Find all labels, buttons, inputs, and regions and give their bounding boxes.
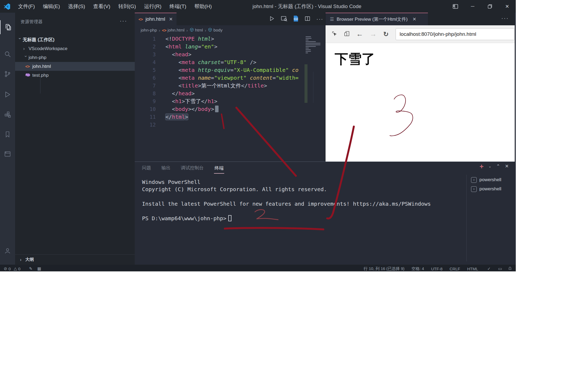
inspect-cursor-icon[interactable]	[331, 31, 337, 38]
source-control-icon[interactable]	[0, 67, 15, 81]
more-actions-icon[interactable]: ···	[316, 16, 323, 22]
panel-tab-调试控制台[interactable]: 调试控制台	[181, 165, 204, 171]
terminal-dropdown-icon[interactable]: ⌄	[489, 164, 492, 168]
status-item[interactable]: UTF-8	[431, 267, 443, 271]
minimap-line	[306, 36, 311, 37]
status-item[interactable]: 行 10, 列 16 (已选择 9)	[364, 266, 404, 271]
refresh-icon[interactable]: ↻	[383, 30, 389, 38]
close-preview-icon[interactable]: ✕	[413, 16, 416, 22]
check-status-icon[interactable]: ✓	[487, 266, 491, 271]
code-line-content: </head>	[165, 90, 195, 97]
tree-item[interactable]: ›john-php	[15, 53, 135, 62]
minimize-button[interactable]: ─	[464, 0, 481, 13]
code-line[interactable]: 9 <h1>下雪了</h1>	[135, 97, 326, 105]
breadcrumb-item[interactable]: html	[190, 28, 203, 33]
panel-tab-问题[interactable]: 问题	[142, 165, 151, 171]
close-window-button[interactable]: ✕	[499, 0, 516, 13]
bookmarks-icon[interactable]	[0, 127, 15, 141]
code-line[interactable]: 3 <head>	[135, 51, 326, 58]
search-icon[interactable]	[0, 47, 15, 61]
code-line[interactable]: 8 </head>	[135, 90, 326, 97]
php-server-icon[interactable]: PHP	[293, 15, 299, 23]
status-item[interactable]: CRLF	[449, 267, 460, 271]
extensions-icon[interactable]	[0, 107, 15, 121]
close-panel-icon[interactable]: ✕	[505, 163, 509, 169]
split-editor-icon[interactable]	[305, 16, 310, 23]
preview-tab-label: Browser Preview (第一个Html文件)	[337, 16, 408, 22]
preview-more-icon[interactable]: ···	[501, 13, 509, 25]
breadcrumb-item[interactable]: body	[208, 28, 223, 33]
open-in-window-icon[interactable]	[344, 31, 350, 38]
menu-item[interactable]: 运行(R)	[140, 3, 165, 10]
back-icon[interactable]: ←	[356, 30, 363, 38]
menu-item[interactable]: 终端(T)	[165, 3, 190, 10]
url-input[interactable]	[396, 28, 515, 40]
code-line[interactable]: 4 <meta charset="UTF-8" />	[135, 58, 326, 66]
code-line[interactable]: 12	[135, 121, 326, 129]
explorer-more-icon[interactable]: ···	[120, 13, 127, 31]
minimap[interactable]	[306, 36, 322, 160]
code-line[interactable]: 5 <meta http-equiv="X-UA-Compatible" co	[135, 66, 326, 74]
maximize-panel-icon[interactable]: ⌃	[496, 163, 500, 169]
code-line[interactable]: 10 <body></body>	[135, 105, 326, 113]
tab-browser-preview[interactable]: ☰ Browser Preview (第一个Html文件) ✕	[326, 13, 428, 25]
bell-icon[interactable]	[508, 266, 512, 270]
menu-item[interactable]: 查看(V)	[89, 3, 114, 10]
close-tab-icon[interactable]: ✕	[169, 16, 173, 22]
explorer-icon[interactable]	[0, 20, 15, 34]
status-bar: ⊘ 0 △ 0 ✎ ▦ 行 10, 列 16 (已选择 9)空格: 4UTF-8…	[0, 265, 516, 271]
browser-preview-icon[interactable]	[281, 15, 287, 23]
menu-item[interactable]: 选择(S)	[64, 3, 89, 10]
code-line[interactable]: 7 <title>第一个Html文件</title>	[135, 82, 326, 90]
tree-indent-guide	[40, 76, 40, 93]
menu-bar: 文件(F)编辑(E)选择(S)查看(V)转到(G)运行(R)终端(T)帮助(H)	[14, 0, 216, 13]
browser-preview-activity-icon[interactable]	[0, 147, 15, 161]
error-icon: ⊘	[4, 266, 7, 271]
menu-item[interactable]: 转到(G)	[114, 3, 140, 10]
account-icon[interactable]	[0, 244, 15, 258]
server-status-icon[interactable]: ▦	[37, 266, 41, 271]
tree-item[interactable]: ›VScodeWorkspace	[15, 44, 135, 53]
menu-item[interactable]: 文件(F)	[14, 3, 39, 10]
layout-panel-icon[interactable]	[447, 0, 464, 13]
breadcrumb-item[interactable]: john-php	[141, 28, 157, 33]
code-line[interactable]: 2<html lang="en">	[135, 43, 326, 51]
restore-button[interactable]	[481, 0, 499, 13]
forward-icon[interactable]: →	[370, 30, 377, 38]
chevron-right-icon: ›	[20, 257, 25, 262]
panel-tab-输出[interactable]: 输出	[161, 165, 171, 171]
menu-item[interactable]: 编辑(E)	[39, 3, 64, 10]
minimap-line	[306, 52, 308, 53]
minimap-line	[306, 44, 320, 45]
tree-item[interactable]: ›无标题 (工作区)	[15, 35, 135, 44]
run-debug-icon[interactable]	[0, 88, 15, 102]
tree-item[interactable]: <>john.html	[15, 62, 135, 71]
code-line[interactable]: 1<!DOCTYPE html>	[135, 35, 326, 43]
outline-section[interactable]: › 大纲	[15, 254, 135, 265]
html-file-icon: <>	[139, 17, 146, 22]
terminal-prompt[interactable]: PS D:\wamp64\www\john-php>	[142, 215, 231, 222]
code-line[interactable]: 11</html>	[135, 113, 326, 121]
status-item[interactable]: HTML	[467, 267, 478, 271]
tree-item[interactable]: test.php	[15, 71, 135, 80]
run-file-icon[interactable]	[269, 16, 275, 23]
terminal-session-item[interactable]: ›powershell	[471, 175, 514, 184]
breadcrumb[interactable]: john-php›<>john.html›html›body	[141, 25, 223, 35]
editor-tab-bar: <> john.html ✕ PHP ···	[135, 13, 326, 25]
bracket-match: </html	[165, 114, 185, 120]
menu-item[interactable]: 帮助(H)	[190, 3, 216, 10]
code-line[interactable]: 6 <meta name="viewport" content="width=	[135, 74, 326, 82]
problems-status[interactable]: ⊘ 0 △ 0	[4, 266, 20, 271]
pen-icon[interactable]: ✎	[29, 266, 33, 271]
code-editor[interactable]: 1<!DOCTYPE html>2<html lang="en">3 <head…	[135, 35, 326, 162]
screencast-icon[interactable]: ▭	[498, 266, 502, 271]
panel-tab-终端[interactable]: 终端	[214, 162, 224, 174]
line-number: 7	[135, 82, 156, 90]
new-terminal-icon[interactable]: +	[479, 164, 483, 169]
terminal-session-list: ›powershell›powershell	[471, 175, 514, 194]
terminal-session-item[interactable]: ›powershell	[471, 184, 514, 194]
status-item[interactable]: 空格: 4	[411, 266, 424, 271]
breadcrumb-item[interactable]: <>john.html	[162, 28, 184, 33]
tab-john-html[interactable]: <> john.html ✕	[135, 13, 177, 25]
powershell-icon: ›	[471, 177, 477, 183]
